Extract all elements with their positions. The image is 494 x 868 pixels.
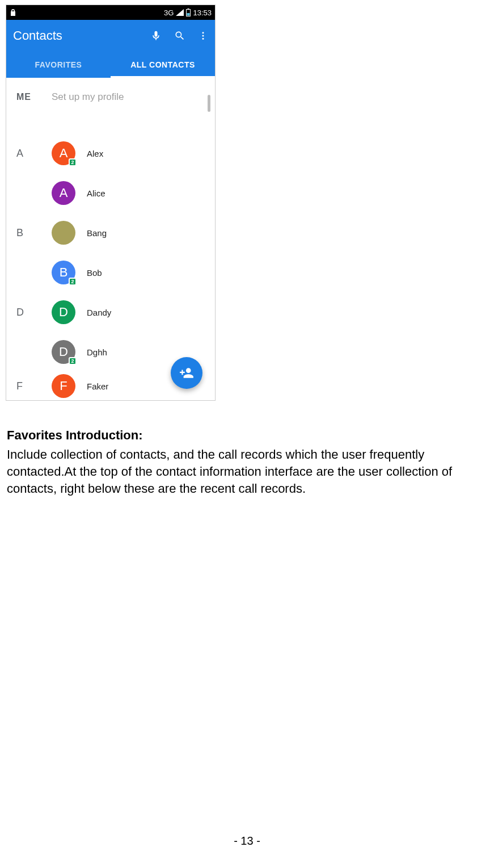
svg-rect-2 <box>187 13 190 16</box>
svg-point-4 <box>202 35 204 37</box>
contact-name: Faker <box>87 381 108 391</box>
mic-icon[interactable] <box>150 30 162 41</box>
avatar: B 2 <box>52 261 75 284</box>
add-contact-fab[interactable] <box>171 357 202 389</box>
contact-name: Alex <box>87 149 103 158</box>
document-text: Favorites Introduction: Include collecti… <box>6 428 488 497</box>
section-letter: . <box>16 267 52 279</box>
section-letter: . <box>16 346 52 358</box>
app-bar: Contacts FAVORITES ALL CONTACTS <box>6 20 215 78</box>
app-title: Contacts <box>13 28 150 43</box>
lock-icon <box>10 9 16 16</box>
contact-row[interactable]: . B 2 Bob <box>6 253 215 292</box>
avatar-initial: B <box>60 265 68 280</box>
overflow-menu-icon[interactable] <box>198 30 208 41</box>
setup-profile-text: Set up my profile <box>52 91 124 103</box>
avatar: D 2 <box>52 340 75 364</box>
avatar: F <box>52 374 75 398</box>
search-icon[interactable] <box>174 30 185 41</box>
avatar <box>52 221 75 245</box>
section-letter: A <box>16 148 52 160</box>
doc-body: Include collection of contacts, and the … <box>7 446 487 497</box>
me-row[interactable]: ME Set up my profile <box>6 78 215 116</box>
avatar-initial: D <box>59 305 68 320</box>
contact-row[interactable]: A A 2 Alex <box>6 133 215 173</box>
avatar-initial: F <box>60 379 67 393</box>
tab-all-contacts[interactable]: ALL CONTACTS <box>111 52 215 78</box>
contact-name: Alice <box>87 188 105 198</box>
section-letter: B <box>16 227 52 239</box>
section-letter: . <box>16 187 52 199</box>
svg-point-3 <box>202 32 204 33</box>
contact-name: Dandy <box>87 308 111 317</box>
sim-badge: 2 <box>69 357 77 365</box>
sim-badge: 2 <box>69 158 77 166</box>
sim-badge: 2 <box>69 278 77 286</box>
contact-row[interactable]: D D Dandy <box>6 292 215 332</box>
avatar-initial: A <box>60 186 68 200</box>
scroll-indicator[interactable] <box>208 95 210 112</box>
clock-label: 13:53 <box>193 9 212 17</box>
battery-icon <box>186 9 191 16</box>
network-label: 3G <box>164 9 174 17</box>
doc-heading: Favorites Introduction: <box>7 428 487 443</box>
avatar-initial: A <box>60 146 68 161</box>
phone-screenshot: 3G 13:53 Contacts <box>6 5 216 401</box>
contacts-list[interactable]: ME Set up my profile A A 2 Alex . A Alic… <box>6 78 215 400</box>
contact-row[interactable]: B Bang <box>6 213 215 253</box>
me-label: ME <box>16 92 52 102</box>
avatar: D <box>52 300 75 324</box>
svg-point-5 <box>202 38 204 40</box>
contact-name: Bang <box>87 228 107 238</box>
avatar: A 2 <box>52 141 75 165</box>
contact-name: Bob <box>87 268 102 278</box>
page-number: - 13 - <box>0 835 494 848</box>
section-letter: D <box>16 307 52 318</box>
status-bar: 3G 13:53 <box>6 5 215 20</box>
avatar: A <box>52 181 75 205</box>
contact-row[interactable]: . A Alice <box>6 173 215 213</box>
contact-name: Dghh <box>87 347 107 357</box>
avatar-initial: D <box>59 345 68 359</box>
signal-icon <box>176 9 184 16</box>
section-letter: F <box>16 380 52 392</box>
add-person-icon <box>179 366 194 380</box>
tab-favorites[interactable]: FAVORITES <box>6 52 111 78</box>
